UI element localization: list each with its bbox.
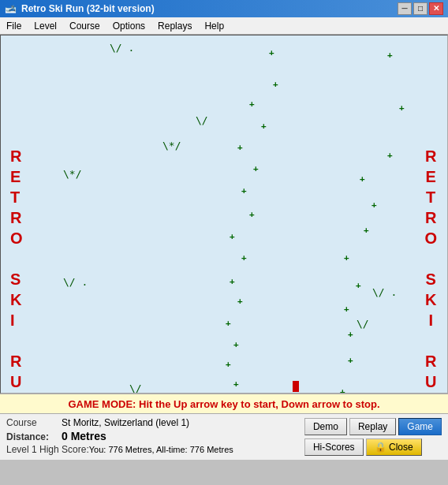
distance-value: 0 Metres	[62, 430, 106, 442]
tree-symbol: \/ .	[63, 276, 88, 288]
tree-symbol: \/ .	[372, 286, 397, 298]
tree-symbol: \/	[196, 114, 208, 126]
plus-marker: +	[269, 47, 274, 58]
game-area: R E T R O S K I R U N R E T R O S K I R …	[0, 35, 448, 394]
side-text-right: R E T R O S K I R U N	[424, 146, 438, 394]
plus-marker: +	[241, 185, 247, 196]
plus-marker: +	[226, 359, 231, 369]
plus-marker: +	[241, 252, 247, 263]
close-button[interactable]: 🔒 Close	[366, 438, 422, 456]
menu-course[interactable]: Course	[63, 19, 106, 33]
close-window-button[interactable]: ✕	[429, 2, 443, 15]
menu-level[interactable]: Level	[28, 19, 63, 33]
highscore-value: You: 776 Metres, All-time: 776 Metres	[89, 445, 233, 454]
course-label: Course	[6, 417, 62, 428]
plus-marker: +	[399, 103, 405, 113]
plus-marker: +	[273, 79, 278, 89]
plus-marker: +	[237, 296, 243, 306]
hiscores-button[interactable]: Hi-Scores	[304, 438, 364, 456]
game-button[interactable]: Game	[398, 418, 442, 435]
close-icon: 🔒	[375, 442, 386, 453]
plus-marker: +	[344, 252, 349, 263]
menu-bar: File Level Course Options Replays Help	[0, 17, 448, 35]
app-icon: 🎿	[5, 2, 17, 15]
tree-symbol: \*/	[63, 168, 81, 180]
course-value: St Moritz, Switzerland (level 1)	[62, 417, 189, 428]
utility-buttons: Hi-Scores 🔒 Close	[304, 438, 442, 456]
plus-marker: +	[249, 99, 255, 109]
plus-marker: +	[226, 318, 231, 328]
side-text-left: R E T R O S K I R U N	[10, 146, 24, 394]
plus-marker: +	[344, 304, 349, 314]
plus-marker: +	[261, 121, 267, 131]
skier	[293, 381, 299, 392]
plus-marker: +	[249, 209, 255, 219]
tree-symbol: \/	[357, 318, 369, 330]
status-bar: GAME MODE: Hit the Up arrow key to start…	[0, 394, 448, 414]
mode-buttons: Demo Replay Game	[304, 418, 442, 435]
plus-marker: +	[360, 173, 365, 184]
plus-marker: +	[233, 379, 239, 389]
plus-marker: +	[348, 329, 353, 339]
menu-help[interactable]: Help	[198, 19, 230, 33]
menu-options[interactable]: Options	[106, 19, 151, 33]
distance-label: Distance:	[6, 431, 62, 442]
demo-button[interactable]: Demo	[304, 418, 347, 435]
plus-marker: +	[233, 339, 239, 349]
plus-marker: +	[356, 280, 361, 290]
menu-replays[interactable]: Replays	[151, 19, 198, 33]
plus-marker: +	[230, 231, 235, 241]
bottom-area: Course St Moritz, Switzerland (level 1) …	[0, 414, 448, 460]
plus-marker: +	[253, 163, 259, 173]
highscore-label: Level 1 High Score:	[6, 444, 89, 455]
plus-marker: +	[340, 386, 345, 394]
tree-symbol: \*/	[162, 140, 181, 151]
plus-marker: +	[348, 355, 353, 365]
window-controls: ─ □ ✕	[398, 2, 443, 15]
tree-symbol: \/ .	[110, 42, 134, 54]
button-panel: Demo Replay Game Hi-Scores 🔒 Close	[304, 417, 442, 457]
window-title: Retro Ski Run (32-bit version)	[21, 3, 155, 14]
plus-marker: +	[387, 150, 393, 160]
plus-marker: +	[364, 225, 369, 235]
minimize-button[interactable]: ─	[398, 2, 412, 15]
replay-button[interactable]: Replay	[349, 418, 396, 435]
plus-marker: +	[387, 50, 393, 60]
menu-file[interactable]: File	[0, 19, 28, 33]
plus-marker: +	[230, 276, 235, 286]
plus-marker: +	[371, 200, 377, 210]
plus-marker: +	[237, 142, 243, 152]
tree-symbol: \/	[129, 382, 142, 394]
info-panel: Course St Moritz, Switzerland (level 1) …	[6, 417, 304, 457]
status-message: GAME MODE: Hit the Up arrow key to start…	[68, 398, 379, 410]
title-bar: 🎿 Retro Ski Run (32-bit version) ─ □ ✕	[0, 0, 448, 17]
maximize-button[interactable]: □	[413, 2, 427, 15]
